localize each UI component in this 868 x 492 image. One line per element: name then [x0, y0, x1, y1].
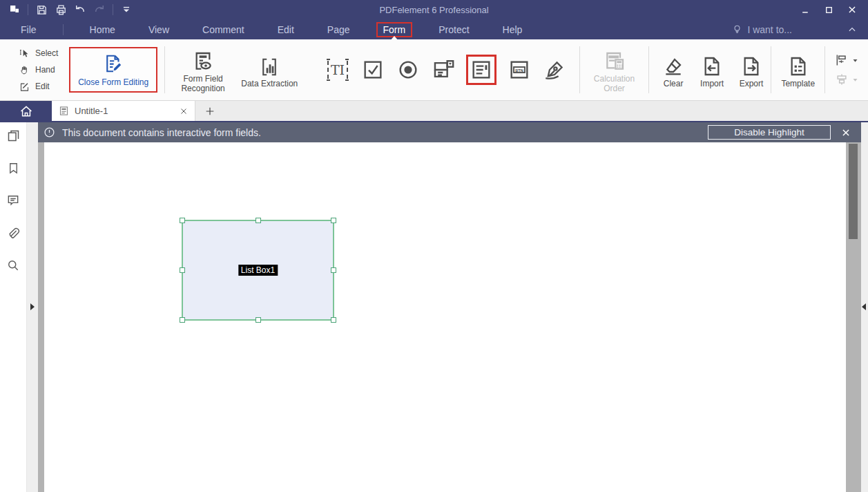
resize-handle[interactable]: [180, 267, 185, 273]
undo-icon[interactable]: [74, 3, 86, 16]
resize-handle[interactable]: [255, 218, 261, 223]
divider: [28, 4, 28, 15]
window-controls: [795, 0, 868, 19]
menu-form-active[interactable]: Form: [376, 22, 413, 37]
menu-page[interactable]: Page: [320, 22, 357, 37]
template-button[interactable]: Template: [771, 51, 824, 88]
menu-view[interactable]: View: [142, 22, 176, 37]
search-icon[interactable]: [6, 258, 21, 273]
hand-tool[interactable]: Hand: [19, 64, 58, 76]
document-region: This document contains interactive form …: [38, 122, 861, 492]
maximize-button[interactable]: [818, 1, 839, 18]
import-icon: [701, 51, 723, 79]
menu-file[interactable]: File: [14, 22, 44, 37]
tab-close-icon[interactable]: [180, 107, 188, 115]
left-panel-splitter[interactable]: [27, 122, 38, 492]
resize-handle[interactable]: [180, 317, 185, 323]
form-fields-notification-bar: This document contains interactive form …: [38, 122, 861, 142]
comments-icon[interactable]: [6, 193, 21, 208]
document-tab[interactable]: Untitle-1: [52, 101, 195, 121]
close-button[interactable]: [842, 1, 862, 18]
notification-close-icon[interactable]: [838, 128, 854, 138]
menu-form-label: Form: [383, 24, 406, 35]
form-field-recognition-icon: [192, 46, 214, 74]
bookmarks-icon[interactable]: [6, 160, 21, 176]
info-icon: [44, 126, 55, 138]
form-field-recognition-button[interactable]: Form Field Recognition: [169, 46, 237, 93]
form-field-buttons: TI BTN: [325, 55, 567, 85]
select-label: Select: [35, 48, 58, 58]
new-tab-button[interactable]: [195, 101, 224, 121]
right-panel-splitter[interactable]: [861, 122, 868, 492]
close-form-editing-icon: [103, 53, 124, 74]
collapse-ribbon-icon[interactable]: [842, 19, 862, 39]
resize-handle[interactable]: [180, 218, 185, 223]
minimize-button[interactable]: [795, 1, 816, 18]
push-button-button[interactable]: BTN: [507, 57, 532, 82]
export-label: Export: [740, 79, 764, 88]
document-tab-bar: Untitle-1: [0, 101, 868, 122]
menu-home[interactable]: Home: [83, 22, 122, 37]
home-tab-button[interactable]: [0, 101, 52, 121]
quick-access-toolbar: [0, 3, 133, 16]
radio-button-button[interactable]: [396, 57, 421, 82]
divider: [63, 24, 64, 35]
expand-left-panel-icon[interactable]: [30, 303, 35, 310]
menu-protect[interactable]: Protect: [432, 22, 476, 37]
notification-message: This document contains interactive form …: [62, 127, 701, 138]
alignment-tools: [835, 53, 858, 86]
divider: [113, 4, 113, 15]
data-extraction-button[interactable]: Data Extraction: [237, 51, 302, 88]
i-want-to-label: I want to...: [747, 24, 792, 35]
select-tool[interactable]: Select: [19, 47, 58, 59]
field-name-label: List Box1: [238, 265, 278, 276]
save-icon[interactable]: [35, 3, 48, 16]
tab-title: Untitle-1: [75, 106, 174, 116]
clear-label: Clear: [664, 79, 684, 88]
export-button[interactable]: Export: [732, 51, 771, 88]
export-icon: [740, 51, 762, 79]
workspace: This document contains interactive form …: [0, 122, 868, 492]
align-distribute-button[interactable]: [835, 53, 858, 67]
text-field-button[interactable]: TI: [325, 57, 350, 82]
resize-handle[interactable]: [255, 317, 261, 323]
edit-tool[interactable]: Edit: [19, 80, 58, 93]
menu-help[interactable]: Help: [496, 22, 530, 37]
form-ribbon-toolbar: Select Hand Edit Close Form Editing: [0, 39, 868, 101]
align-center-button: [835, 73, 858, 86]
hand-label: Hand: [35, 65, 55, 75]
select-cursor-icon: [19, 48, 30, 59]
resize-handle[interactable]: [331, 218, 336, 223]
divider: [824, 46, 825, 93]
digital-signature-button[interactable]: [542, 57, 567, 82]
resize-handle[interactable]: [331, 267, 336, 273]
i-want-to-search[interactable]: I want to...: [732, 19, 792, 39]
clear-button[interactable]: Clear: [655, 51, 693, 88]
import-button[interactable]: Import: [693, 51, 732, 88]
disable-highlight-button[interactable]: Disable Highlight: [708, 125, 831, 140]
resize-handle[interactable]: [331, 317, 336, 323]
pdf-page[interactable]: List Box1: [44, 142, 846, 492]
divider: [164, 46, 165, 93]
close-form-editing-button[interactable]: Close Form Editing: [69, 47, 157, 93]
document-viewport: List Box1: [38, 142, 861, 492]
pdfelement-window: PDFelement 6 Professional File Home View…: [0, 0, 868, 492]
scrollbar-thumb[interactable]: [849, 144, 858, 239]
customize-toolbar-icon[interactable]: [120, 3, 133, 16]
list-box-form-field[interactable]: List Box1: [182, 220, 334, 321]
attachments-icon[interactable]: [6, 225, 21, 240]
list-box-button[interactable]: [470, 59, 492, 81]
vertical-scrollbar[interactable]: [846, 142, 861, 492]
import-label: Import: [700, 79, 724, 88]
menu-edit[interactable]: Edit: [271, 22, 301, 37]
form-field-recognition-label: Form Field Recognition: [169, 74, 237, 93]
menu-comment[interactable]: Comment: [195, 22, 251, 37]
print-icon[interactable]: [55, 3, 67, 16]
expand-right-panel-icon[interactable]: [862, 303, 866, 310]
page-thumbnails-icon[interactable]: [6, 128, 21, 143]
check-box-button[interactable]: [360, 57, 385, 82]
combo-box-button[interactable]: [431, 57, 456, 82]
divider: [648, 46, 649, 93]
document-icon: [59, 106, 69, 116]
hand-icon: [19, 65, 30, 75]
